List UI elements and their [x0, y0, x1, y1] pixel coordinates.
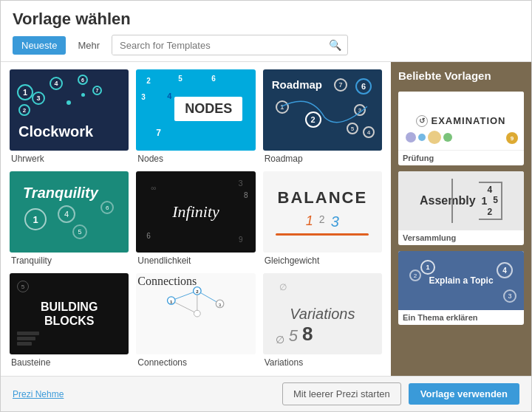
- modal-title: Vorlage wählen: [13, 10, 519, 29]
- template-thumb-balance: BALANCE 1 2 3: [263, 171, 382, 253]
- explain-label: Ein Thema erklären: [398, 310, 524, 325]
- nodes-box: NODES: [174, 97, 242, 121]
- sidebar-thumb-pruefung: ↺ EXAMINATION 9: [398, 92, 524, 151]
- bausteine-title: BUILDINGBLOCKS: [41, 300, 98, 328]
- search-box: 🔍: [112, 35, 348, 55]
- template-thumb-nodes: 2 5 6 3 4 NODES 7: [136, 69, 255, 151]
- sidebar-thumb-assembly: Assembly 4 1 5 2: [398, 171, 524, 230]
- template-item-connections[interactable]: 1 2 3 Connections Connections: [136, 273, 255, 368]
- template-thumb-bausteine: BUILDINGBLOCKS 5: [10, 273, 129, 354]
- infinity-label: Unendlichkeit: [136, 255, 255, 266]
- template-thumb-tranquility: Tranquility 1 4 5 6: [10, 171, 129, 253]
- use-template-button[interactable]: Vorlage verwenden: [409, 383, 519, 405]
- sidebar: Beliebte Vorlagen ↺ EXAMINATION: [391, 62, 531, 376]
- more-button[interactable]: Mehr: [72, 36, 106, 55]
- balance-title: BALANCE: [278, 188, 368, 207]
- template-item-variations[interactable]: Variations ∅ 5 8 ∅ Variations: [263, 273, 382, 368]
- svg-text:1: 1: [170, 299, 173, 304]
- svg-text:3: 3: [219, 302, 222, 307]
- tranquility-label: Tranquility: [10, 255, 129, 266]
- modal-header: Vorlage wählen Neueste Mehr 🔍: [1, 1, 531, 62]
- sidebar-card-explain[interactable]: Explain a Topic 1 2 4 3 Ein Thema erklär…: [398, 251, 524, 325]
- variations-title: Variations: [290, 306, 355, 323]
- template-item-bausteine[interactable]: BUILDINGBLOCKS 5 Bausteine: [10, 273, 129, 368]
- explain-text: Explain a Topic: [429, 275, 493, 286]
- variations-label: Variations: [263, 357, 382, 368]
- prezi-link[interactable]: Prezi Nehme: [13, 389, 64, 399]
- search-input[interactable]: [112, 36, 323, 55]
- newest-button[interactable]: Neueste: [13, 36, 66, 55]
- modal-container: Vorlage wählen Neueste Mehr 🔍 1 4: [0, 0, 532, 412]
- modal-body: 1 4 3 2 6 7 Clockwork Uhrwerk: [1, 62, 531, 376]
- template-item-nodes[interactable]: 2 5 6 3 4 NODES 7 Nodes: [136, 69, 255, 164]
- template-item-balance[interactable]: BALANCE 1 2 3 Gleichgewicht: [263, 171, 382, 266]
- search-icon-button[interactable]: 🔍: [323, 35, 347, 55]
- pruefung-text: EXAMINATION: [431, 115, 505, 126]
- assembly-label: Versammlung: [398, 230, 524, 245]
- modal-footer: Prezi Nehme Mit leerer Prezi starten Vor…: [1, 376, 531, 411]
- sidebar-card-assembly[interactable]: Assembly 4 1 5 2: [398, 171, 524, 245]
- pruefung-label: Prüfung: [398, 151, 524, 165]
- balance-label: Gleichgewicht: [263, 255, 382, 266]
- template-thumb-variations: Variations ∅ 5 8 ∅: [263, 273, 382, 354]
- main-content: 1 4 3 2 6 7 Clockwork Uhrwerk: [1, 62, 391, 376]
- clockwork-title: Clockwork: [18, 123, 93, 140]
- template-thumb-roadmap: Roadmap 6 7 1 2 3 4 5: [263, 69, 382, 151]
- sidebar-title: Beliebte Vorlagen: [398, 69, 524, 83]
- template-item-infinity[interactable]: Infinity 3 8 9 6 ∞ Unendlichkeit: [136, 171, 255, 266]
- nodes-label: Nodes: [136, 154, 255, 164]
- search-icon: 🔍: [329, 39, 341, 51]
- modal-toolbar: Neueste Mehr 🔍: [13, 35, 519, 55]
- roadmap-label-text: Roadmap: [263, 154, 382, 164]
- tranquility-title: Tranquility: [23, 185, 115, 202]
- svg-point-10: [194, 310, 201, 317]
- template-item-clockwork[interactable]: 1 4 3 2 6 7 Clockwork Uhrwerk: [10, 69, 129, 164]
- template-item-tranquility[interactable]: Tranquility 1 4 5 6 Tranquility: [10, 171, 129, 266]
- bausteine-label: Bausteine: [10, 357, 129, 368]
- infinity-title: Infinity: [172, 202, 219, 222]
- template-thumb-clockwork: 1 4 3 2 6 7 Clockwork: [10, 69, 129, 151]
- template-thumb-infinity: Infinity 3 8 9 6 ∞: [136, 171, 255, 253]
- template-thumb-connections: 1 2 3 Connections: [136, 273, 255, 354]
- clockwork-label: Uhrwerk: [10, 154, 129, 164]
- connections-label: Connections: [136, 357, 255, 368]
- sidebar-thumb-explain: Explain a Topic 1 2 4 3: [398, 251, 524, 310]
- template-item-roadmap[interactable]: Roadmap 6 7 1 2 3 4 5: [263, 69, 382, 164]
- start-empty-button[interactable]: Mit leerer Prezi starten: [282, 382, 401, 405]
- templates-grid: 1 4 3 2 6 7 Clockwork Uhrwerk: [10, 69, 382, 368]
- sidebar-card-pruefung[interactable]: ↺ EXAMINATION 9 Prüfu: [398, 92, 524, 165]
- svg-text:2: 2: [196, 289, 199, 294]
